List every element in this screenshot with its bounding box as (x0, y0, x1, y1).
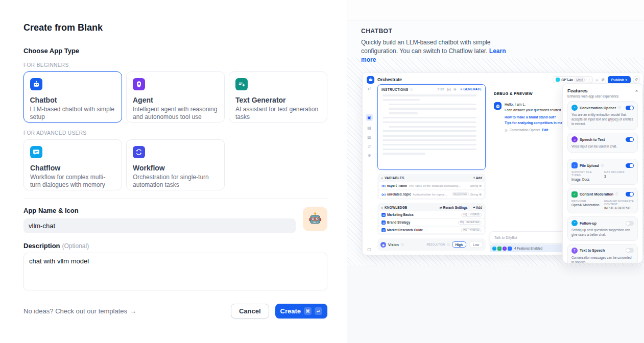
instructions-header: INSTRUCTIONS ⓘ 2182 [x] ⎘ ✦ GENERATE (378, 85, 485, 93)
sidebar-docs-icon: ▥ (367, 135, 371, 139)
chat-input: Talk to DifyBot (490, 231, 571, 243)
opener-note: ◎ Conversation Opener Edit (505, 128, 569, 132)
sidebar-media-icon: ▤ (367, 126, 371, 130)
model-settings-icon: ◦ (589, 78, 590, 81)
suggestion-link: Tips for analyzing competitors in market (505, 121, 569, 125)
greeting-text: Hello, I am L. I can answer your questio… (505, 102, 569, 113)
description-textarea[interactable]: chat with vllm model (23, 253, 327, 290)
skeleton-line (383, 139, 476, 141)
preview-topbar: Orchestrate GPT-4o CHAT ◦ ◦ ∨ ⇄ Publish … (363, 73, 643, 84)
info-icon: ⓘ (601, 164, 604, 167)
card-agent[interactable]: Agent Intelligent agent with reasoning a… (126, 71, 225, 122)
feature-card-file-upload: ↑ File Upload ⓘ SUPPORT FILE TYPESImage,… (567, 159, 638, 185)
opener-icon: ◎ (505, 128, 508, 132)
feature-card-follow-up: ” Follow-up Setting up next questions su… (567, 216, 638, 241)
variable-row: {x} expert_name The name of the strategi… (379, 182, 484, 189)
skeleton-line (383, 99, 420, 101)
toggle (626, 192, 634, 197)
speech-to-text-icon: ♫ (571, 136, 578, 142)
variables-panel: ∨ VARIABLES + Add {x} expert_name The na… (377, 174, 486, 200)
skeleton-line (383, 94, 476, 96)
model-selector: GPT-4o CHAT ◦ ◦ (553, 76, 593, 83)
description-label: Description(Optional) (23, 242, 327, 250)
skeleton-line (383, 149, 476, 151)
card-desc: Workflow for complex multi-turn dialogue… (30, 174, 115, 189)
choose-app-type-label: Choose App Type (23, 47, 327, 55)
templates-link[interactable]: No ideas? Check out our templates→ (23, 307, 136, 315)
info-icon: ⓘ (615, 192, 618, 196)
copy-icon: ⎘ (454, 88, 456, 91)
bot-avatar (494, 102, 502, 110)
card-title: Agent (133, 96, 218, 104)
file-upload-icon: ↑ (571, 162, 578, 168)
feature-card-content-moderation: ✓ Content Moderation ⓘ PROVIDEROpenAI Mo… (567, 188, 638, 214)
app-avatar-icon (367, 76, 374, 84)
app-type-heading: CHATBOT (361, 28, 519, 35)
content-moderation-icon: ✓ (571, 191, 578, 198)
publish-button: Publish ∨ (608, 76, 631, 84)
skeleton-line (389, 126, 477, 128)
divider (23, 198, 327, 199)
chatflow-icon (30, 146, 42, 158)
knowledge-row: ▤ Brand Strategy HQ · INVERTED (379, 219, 484, 226)
workflow-icon (133, 146, 145, 158)
create-button[interactable]: Create ⌘ ↵ (275, 304, 327, 318)
chatbot-icon (30, 78, 42, 90)
add-knowledge-button: + Add (473, 206, 482, 209)
rerank-icon: ⇄ (440, 206, 442, 209)
sparkle-icon: ✦ (460, 87, 462, 91)
robot-emoji-icon (307, 211, 323, 227)
card-desc: LLM-based chatbot with simple setup (30, 106, 116, 121)
top-strip (347, 0, 644, 20)
cancel-button[interactable]: Cancel (231, 304, 269, 318)
variable-icon: [x] (447, 88, 450, 91)
variable-token-icon: {x} (381, 193, 386, 196)
create-app-modal: Create from Blank Choose App Type FOR BE… (0, 0, 347, 343)
skeleton-line (383, 130, 476, 132)
card-title: Chatflow (30, 164, 115, 172)
model-param-icon: ◦ (586, 78, 587, 81)
arrow-right-icon: → (130, 307, 136, 315)
content-moderation-icon: ✓ (497, 247, 502, 251)
feature-card-text-to-speech: T Text to Speech Conversation messages c… (567, 244, 638, 263)
config-column: INSTRUCTIONS ⓘ 2182 [x] ⎘ ✦ GENERATE (377, 84, 486, 255)
agent-icon (133, 78, 145, 90)
card-text-generator[interactable]: Text Generator AI assistant for text gen… (229, 71, 327, 122)
info-icon: ⓘ (618, 106, 621, 110)
variable-token-icon: {x} (381, 184, 386, 187)
speech-to-text-icon: ♫ (503, 247, 507, 251)
skeleton-line (383, 135, 476, 137)
chat-input-area: Talk to DifyBot “ ✓ ♫ ↑ 4 Features Enabl… (490, 231, 571, 252)
instructions-skeleton (378, 93, 485, 159)
app-icon-picker[interactable] (303, 207, 327, 231)
enter-key-icon: ↵ (315, 307, 322, 315)
chevron-down-icon: ∨ (625, 78, 627, 81)
edit-link: Edit (542, 128, 548, 132)
toggle (626, 248, 634, 253)
sidebar-settings-icon: ⊙ (368, 153, 371, 158)
feature-card-speech-to-text: ♫ Speech to Text Voice input can be used… (567, 133, 638, 153)
info-icon: ⓘ (447, 243, 450, 247)
beginner-cards: Chatbot LLM-based chatbot with simple se… (23, 71, 327, 122)
card-workflow[interactable]: Workflow Orchestration for single-turn a… (126, 139, 225, 190)
features-panel: Features × Enhance web-app user experien… (562, 83, 643, 263)
card-title: Workflow (133, 164, 218, 172)
skeleton-line (389, 104, 477, 106)
add-variable-button: + Add (473, 176, 482, 180)
features-enabled-bar: “ ✓ ♫ ↑ 4 Features Enabled (490, 244, 571, 252)
resolution-high-button: High (452, 241, 466, 248)
app-name-input[interactable] (23, 218, 296, 233)
cmd-key-icon: ⌘ (304, 307, 312, 315)
toggle (626, 163, 634, 168)
toggle (626, 137, 634, 142)
knowledge-header: ∨ KNOWLEDGE ⇄ Rerank Settings + Add (379, 205, 484, 210)
card-chatbot[interactable]: Chatbot LLM-based chatbot with simple se… (23, 71, 122, 122)
model-provider-icon (556, 78, 560, 82)
chevron-down-icon: ∨ (381, 177, 383, 180)
preview-pane: CHATBOT Quickly build an LLM-based chatb… (347, 0, 644, 343)
generate-button: ✦ GENERATE (460, 87, 482, 91)
skeleton-line (383, 121, 476, 124)
card-chatflow[interactable]: Chatflow Workflow for complex multi-turn… (23, 139, 122, 190)
preview-sidebar: ⇄ ▣ ▤ ▥ ▱ ⊙ ▢ (363, 84, 376, 255)
knowledge-row: ▤ Market Research Guide HQ · HYBRID (379, 227, 484, 233)
